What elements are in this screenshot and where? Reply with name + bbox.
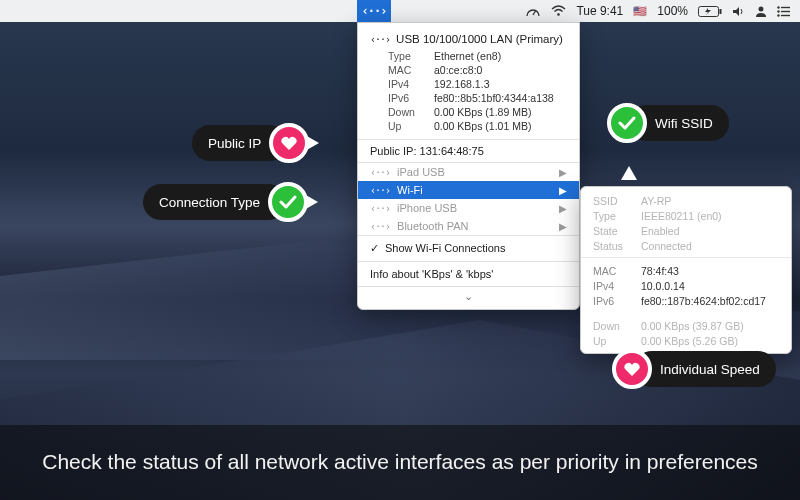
detail-key: Status <box>593 240 641 252</box>
detail-key: MAC <box>388 64 434 76</box>
callout-connection-type: Connection Type <box>143 184 318 220</box>
wifi-detail-row: MAC78:4f:43 <box>581 263 791 278</box>
callout-public-ip: Public IP <box>192 125 319 161</box>
svg-point-7 <box>777 10 779 12</box>
volume-icon[interactable] <box>732 6 745 17</box>
detail-key: Up <box>593 335 641 347</box>
callout-wifi-ssid: Wifi SSID <box>607 105 729 141</box>
interface-detail-row: Up0.00 KBps (1.01 MB) <box>358 119 579 133</box>
svg-point-9 <box>777 14 779 16</box>
detail-key: State <box>593 225 641 237</box>
detail-key: Type <box>593 210 641 222</box>
network-icon: ‹··› <box>370 185 390 196</box>
chevron-right-icon: ▶ <box>559 203 567 214</box>
interface-item-bluetooth-pan[interactable]: ‹··›Bluetooth PAN▶ <box>358 217 579 235</box>
detail-key: MAC <box>593 265 641 277</box>
detail-value: fe80::8b5:1bf0:4344:a138 <box>434 92 567 104</box>
svg-point-5 <box>777 6 779 8</box>
interface-label: Bluetooth PAN <box>397 220 468 232</box>
heart-badge-icon <box>612 349 652 389</box>
detail-key: IPv4 <box>593 280 641 292</box>
detail-value: 0.00 KBps (1.01 MB) <box>434 120 567 132</box>
show-wifi-connections-item[interactable]: Show Wi-Fi Connections <box>358 236 579 261</box>
interface-label: iPhone USB <box>397 202 457 214</box>
network-icon: ‹··› <box>370 203 390 214</box>
wifi-detail-row: StateEnabled <box>581 223 791 238</box>
wifi-detail-row: IPv410.0.0.14 <box>581 278 791 293</box>
interface-item-ipad-usb[interactable]: ‹··›iPad USB▶ <box>358 163 579 181</box>
detail-key: SSID <box>593 195 641 207</box>
wifi-detail-row: Down0.00 KBps (39.87 GB) <box>581 318 791 333</box>
interface-detail-row: TypeEthernet (en8) <box>358 49 579 63</box>
detail-value: a0:ce:c8:0 <box>434 64 567 76</box>
primary-interface-section: ‹··› USB 10/100/1000 LAN (Primary) TypeE… <box>358 23 579 139</box>
detail-value: Ethernet (en8) <box>434 50 567 62</box>
svg-point-1 <box>558 13 561 16</box>
detail-key: IPv6 <box>593 295 641 307</box>
chevron-down-icon: ⌄ <box>464 290 473 302</box>
detail-value: fe80::187b:4624:bf02:cd17 <box>641 295 766 307</box>
interface-detail-row: IPv6fe80::8b5:1bf0:4344:a138 <box>358 91 579 105</box>
menubar-right: Tue 9:41 🇺🇸 100% <box>525 4 800 18</box>
chevron-right-icon: ▶ <box>559 185 567 196</box>
callout-label: Connection Type <box>143 184 286 220</box>
detail-key: Up <box>388 120 434 132</box>
wifi-detail-submenu: SSIDAY-RPTypeIEEE80211 (en0)StateEnabled… <box>580 186 792 354</box>
svg-rect-10 <box>781 14 790 15</box>
check-badge-icon <box>607 103 647 143</box>
speedometer-icon[interactable] <box>525 5 541 17</box>
detail-value: 10.0.0.14 <box>641 280 685 292</box>
detail-value: Connected <box>641 240 692 252</box>
menubar-clock[interactable]: Tue 9:41 <box>576 4 623 18</box>
interface-item-wi-fi[interactable]: ‹··›Wi-Fi▶ <box>358 181 579 199</box>
public-ip-row[interactable]: Public IP: 131:64:48:75 <box>358 140 579 162</box>
wifi-detail-row: Up0.00 KBps (5.26 GB) <box>581 333 791 348</box>
promo-caption: Check the status of all network active i… <box>0 425 800 500</box>
interface-label: iPad USB <box>397 166 445 178</box>
chevron-right-icon: ▶ <box>559 167 567 178</box>
detail-value: 0.00 KBps (39.87 GB) <box>641 320 744 332</box>
svg-rect-6 <box>781 6 790 7</box>
interface-detail-row: MACa0:ce:c8:0 <box>358 63 579 77</box>
info-kbps-item[interactable]: Info about 'KBps' & 'kbps' <box>358 262 579 286</box>
svg-rect-8 <box>781 10 790 11</box>
detail-key: IPv6 <box>388 92 434 104</box>
user-icon[interactable] <box>755 5 767 17</box>
detail-value: 0.00 KBps (1.89 MB) <box>434 106 567 118</box>
callout-individual-speed: Individual Speed <box>612 351 776 387</box>
detail-value: 192.168.1.3 <box>434 78 567 90</box>
network-dropdown-menu: ‹··› USB 10/100/1000 LAN (Primary) TypeE… <box>357 22 580 310</box>
keyboard-flag-icon[interactable]: 🇺🇸 <box>633 5 647 18</box>
wifi-detail-row: TypeIEEE80211 (en0) <box>581 208 791 223</box>
menubar: ‹··› Tue 9:41 🇺🇸 100% <box>0 0 800 22</box>
wifi-detail-row: SSIDAY-RP <box>581 193 791 208</box>
chevron-right-icon: ▶ <box>559 221 567 232</box>
list-icon[interactable] <box>777 6 790 17</box>
detail-key: Down <box>388 106 434 118</box>
detail-value: Enabled <box>641 225 680 237</box>
svg-point-4 <box>759 7 764 12</box>
callout-label: Individual Speed <box>634 351 776 387</box>
network-monitor-menubar-icon[interactable]: ‹··› <box>357 0 391 22</box>
interface-detail-row: Down0.00 KBps (1.89 MB) <box>358 105 579 119</box>
battery-icon[interactable] <box>698 6 722 17</box>
callout-pointer-up-icon <box>626 319 642 333</box>
battery-percent: 100% <box>657 4 688 18</box>
detail-value: 78:4f:43 <box>641 265 679 277</box>
wifi-icon[interactable] <box>551 5 566 17</box>
svg-rect-3 <box>720 9 722 14</box>
wifi-detail-row: StatusConnected <box>581 238 791 253</box>
interface-detail-row: IPv4192.168.1.3 <box>358 77 579 91</box>
check-badge-icon <box>268 182 308 222</box>
primary-interface-header[interactable]: ‹··› USB 10/100/1000 LAN (Primary) <box>358 29 579 49</box>
network-icon: ‹··› <box>370 221 390 232</box>
ethernet-icon: ‹··› <box>370 34 390 45</box>
detail-key: Type <box>388 50 434 62</box>
interface-label: Wi-Fi <box>397 184 423 196</box>
primary-interface-title: USB 10/100/1000 LAN (Primary) <box>396 33 563 45</box>
heart-badge-icon <box>269 123 309 163</box>
expand-menu-button[interactable]: ⌄ <box>358 287 579 309</box>
interface-item-iphone-usb[interactable]: ‹··›iPhone USB▶ <box>358 199 579 217</box>
detail-value: 0.00 KBps (5.26 GB) <box>641 335 738 347</box>
detail-value: AY-RP <box>641 195 671 207</box>
